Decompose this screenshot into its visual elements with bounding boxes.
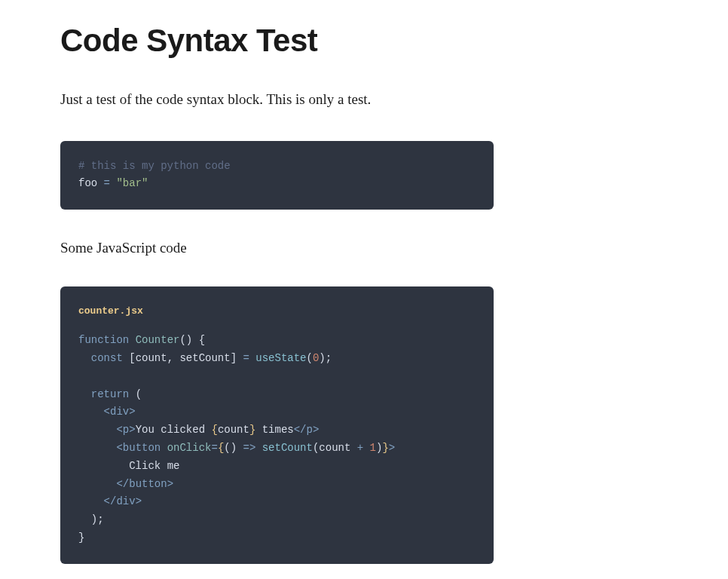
code-space (129, 334, 135, 346)
code-block-python: # this is my python code foo = "bar" (60, 141, 494, 210)
code-text: times (255, 424, 293, 436)
code-brace: { (211, 424, 217, 436)
code-tag-bracket: < (116, 424, 122, 436)
code-tag-bracket: < (116, 442, 122, 454)
code-punct: ( (307, 352, 313, 364)
code-punct: ); (91, 513, 104, 525)
code-tag: button (123, 442, 161, 454)
code-space (363, 442, 369, 454)
code-tag-bracket: </ (294, 424, 307, 436)
code-function-call: useState (255, 352, 306, 364)
code-block-jsx: counter.jsx function Counter() { const [… (60, 286, 494, 564)
code-punct: () (224, 442, 237, 454)
code-operator: + (357, 442, 363, 454)
code-tag: div (110, 406, 129, 418)
code-string: "bar" (116, 177, 148, 189)
intro-paragraph: Just a test of the code syntax block. Th… (60, 89, 668, 111)
code-keyword: return (91, 388, 129, 400)
code-operator: = (243, 352, 249, 364)
code-operator: = (211, 442, 217, 454)
subtitle-text: Some JavaScript code (60, 240, 668, 256)
code-content: function Counter() { const [count, setCo… (78, 332, 476, 547)
code-punct: ); (319, 352, 332, 364)
code-tag-bracket: > (136, 495, 142, 507)
code-indent (78, 424, 116, 436)
code-tag: div (116, 495, 135, 507)
code-tag: button (129, 478, 167, 490)
code-indent (78, 495, 104, 507)
page-title: Code Syntax Test (60, 23, 668, 59)
code-indent (78, 352, 91, 364)
code-keyword: const (91, 352, 123, 364)
code-text: You clicked (136, 424, 212, 436)
code-punct: ( (129, 388, 142, 400)
code-function-name: Counter (136, 334, 180, 346)
code-punct: () { (179, 334, 205, 346)
code-attr: onClick (167, 442, 212, 454)
code-tag-bracket: > (313, 424, 319, 436)
code-indent (78, 513, 91, 525)
code-operator: = (97, 177, 116, 189)
code-indent (78, 388, 91, 400)
code-tag-bracket: </ (104, 495, 117, 507)
code-text: [count, setCount] (123, 352, 243, 364)
code-punct: } (78, 532, 84, 544)
code-indent (78, 460, 129, 472)
code-arrow: => (237, 442, 262, 454)
code-tag-bracket: > (129, 424, 135, 436)
code-brace: } (382, 442, 388, 454)
code-variable: count (218, 424, 249, 436)
code-tag: p (307, 424, 313, 436)
code-number: 1 (370, 442, 376, 454)
code-keyword: function (78, 334, 129, 346)
code-variable: foo (78, 177, 97, 189)
code-tag-bracket: > (389, 442, 395, 454)
code-indent (78, 406, 104, 418)
code-variable: count (319, 442, 356, 454)
code-filename: counter.jsx (78, 303, 476, 320)
code-indent (78, 478, 116, 490)
code-function-call: setCount (262, 442, 313, 454)
code-content: # this is my python code foo = "bar" (78, 158, 476, 194)
code-tag: p (123, 424, 129, 436)
code-space (161, 442, 167, 454)
code-tag-bracket: > (167, 478, 173, 490)
code-tag-bracket: </ (116, 478, 129, 490)
code-tag-bracket: > (129, 406, 135, 418)
code-tag-bracket: < (104, 406, 110, 418)
code-comment: # this is my python code (78, 160, 231, 172)
code-text: Click me (129, 460, 179, 472)
code-indent (78, 442, 116, 454)
